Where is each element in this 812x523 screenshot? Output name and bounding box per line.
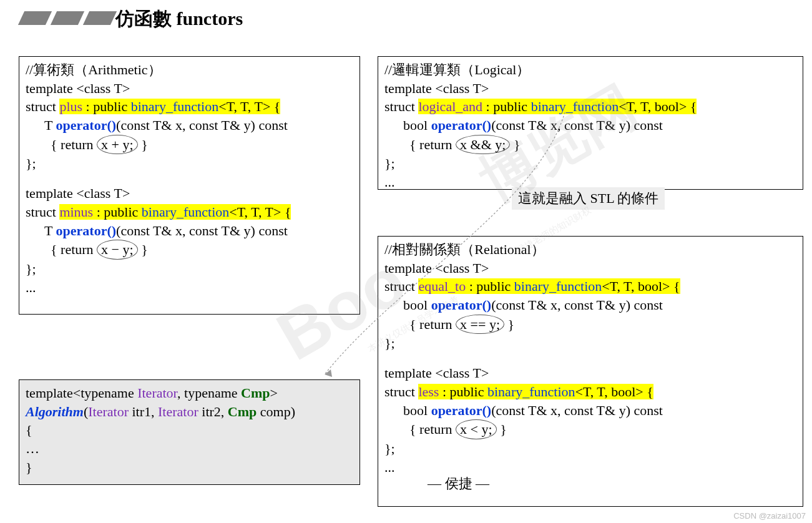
code-line: template <class T>	[384, 259, 796, 278]
return-expr-plus: x + y;	[97, 135, 138, 155]
code-line: struct plus : public binary_function<T, …	[26, 97, 353, 116]
relational-code-box: //相對關係類（Relational） template <class T> s…	[378, 236, 803, 507]
gt: >	[270, 385, 278, 401]
header-slant-1	[18, 11, 52, 25]
code-line: };	[26, 154, 353, 173]
comma: , typename	[177, 385, 241, 401]
struct-name-equal-to: equal_to	[418, 278, 466, 294]
blank-line	[26, 173, 353, 184]
code-line: ...	[384, 458, 796, 477]
code-line: //算術類（Arithmetic）	[26, 61, 353, 79]
struct-kw: struct	[384, 99, 418, 114]
ret-type: T	[44, 223, 56, 238]
ret-type: T	[44, 117, 56, 133]
params: (const T& x, const T& y) const	[116, 223, 288, 238]
param: itr2,	[198, 404, 228, 419]
code-line: T operator()(const T& x, const T& y) con…	[26, 116, 353, 135]
return-expr-less: x < y;	[456, 419, 497, 439]
algorithm-code-box: template<typename Iterator, typename Cmp…	[19, 379, 360, 485]
code-line: };	[384, 439, 796, 458]
operator-call: operator()	[56, 223, 117, 238]
binary-function: binary_function	[487, 384, 575, 399]
return-expr-minus: x − y;	[97, 240, 138, 260]
credit-text: CSDN @zaizai1007	[733, 511, 806, 521]
header-slant-2	[51, 11, 84, 25]
code-line: struct equal_to : public binary_function…	[384, 277, 796, 296]
struct-kw: struct	[26, 99, 59, 114]
code-line: };	[26, 260, 353, 278]
iterator-type: Iterator	[137, 385, 177, 401]
code-line: { return x + y; }	[26, 135, 353, 155]
close-brace: }	[138, 137, 148, 152]
close-brace: }	[138, 242, 148, 257]
iterator-type: Iterator	[88, 404, 129, 419]
colon-public: : public	[82, 99, 131, 114]
iterator-type: Iterator	[158, 404, 198, 419]
tmpl-args: <T, T, bool> {	[575, 384, 653, 399]
params: (const T& x, const T& y) const	[491, 403, 663, 418]
operator-call: operator()	[431, 117, 492, 133]
code-line: {	[26, 421, 353, 439]
param: comp)	[257, 404, 295, 419]
code-line: template <class T>	[26, 79, 353, 98]
blank-line	[384, 353, 796, 364]
code-line: struct less : public binary_function<T, …	[384, 383, 796, 401]
struct-kw: struct	[384, 384, 418, 399]
algorithm-name: Algorithm	[26, 404, 84, 419]
return-kw: { return	[409, 421, 456, 437]
return-kw: { return	[51, 242, 97, 257]
header-slant-3	[83, 11, 117, 25]
tmpl-args: <T, T, bool> {	[602, 278, 680, 294]
code-line: { return x − y; }	[26, 240, 353, 260]
struct-name-less: less	[418, 384, 439, 399]
code-line: bool operator()(const T& x, const T& y) …	[384, 401, 796, 420]
code-line: Algorithm(Iterator itr1, Iterator itr2, …	[26, 403, 353, 421]
ret-type: bool	[403, 403, 431, 418]
binary-function: binary_function	[514, 278, 602, 294]
struct-name-logical-and: logical_and	[418, 99, 482, 114]
return-expr-eq: x == y;	[456, 315, 504, 335]
code-line: T operator()(const T& x, const T& y) con…	[26, 222, 353, 240]
params: (const T& x, const T& y) const	[116, 117, 288, 133]
svg-marker-0	[325, 369, 332, 377]
code-line: template <class T>	[26, 184, 353, 203]
operator-call: operator()	[431, 403, 492, 418]
colon-public: : public	[93, 204, 142, 220]
param: itr1,	[129, 404, 158, 419]
operator-call: operator()	[56, 117, 117, 133]
colon-public: : public	[439, 384, 487, 399]
tmpl-kw: template<typename	[26, 385, 137, 401]
code-line: …	[26, 439, 353, 458]
author-signature: — 侯捷 —	[428, 474, 489, 493]
code-line: { return x == y; }	[384, 315, 796, 335]
cmp-type: Cmp	[228, 404, 257, 419]
return-kw: { return	[51, 137, 97, 152]
code-line: { return x < y; }	[384, 419, 796, 439]
struct-name-minus: minus	[59, 204, 93, 220]
colon-public: : public	[466, 278, 514, 294]
code-line: //邏輯運算類（Logical）	[384, 61, 796, 79]
colon-public: : public	[482, 99, 531, 114]
ret-type: bool	[403, 117, 431, 133]
code-line: };	[384, 334, 796, 353]
tmpl-args: <T, T, T> {	[229, 204, 291, 220]
close-brace: }	[497, 421, 507, 437]
close-brace: }	[504, 316, 514, 332]
code-line: template<typename Iterator, typename Cmp…	[26, 384, 353, 403]
page-title: 仿函數 functors	[115, 6, 243, 32]
binary-function: binary_function	[131, 99, 219, 114]
params: (const T& x, const T& y) const	[491, 297, 663, 313]
struct-name-plus: plus	[59, 99, 82, 114]
struct-kw: struct	[26, 204, 59, 220]
arithmetic-code-box: //算術類（Arithmetic） template <class T> str…	[19, 56, 360, 315]
code-line: template <class T>	[384, 364, 796, 383]
code-line: }	[26, 458, 353, 477]
binary-function: binary_function	[142, 204, 230, 220]
return-kw: { return	[409, 137, 456, 152]
code-line: struct minus : public binary_function<T,…	[26, 203, 353, 222]
code-line: //相對關係類（Relational）	[384, 240, 796, 259]
tmpl-args: <T, T, T> {	[218, 99, 280, 114]
cmp-type: Cmp	[241, 385, 270, 401]
